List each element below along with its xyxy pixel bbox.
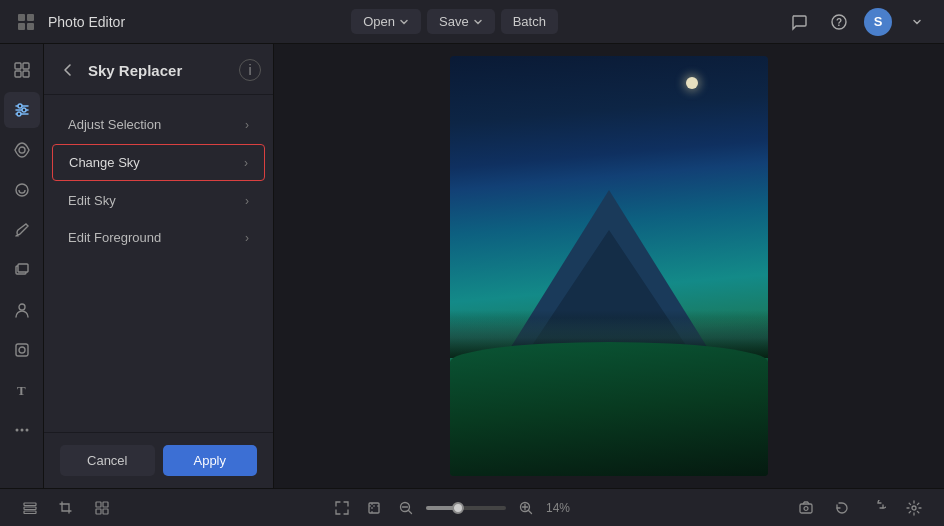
sidebar-item-brushes[interactable]: [4, 212, 40, 248]
snapshot-button[interactable]: [792, 494, 820, 522]
svg-rect-30: [96, 502, 101, 507]
svg-rect-42: [800, 504, 812, 513]
sidebar-item-text[interactable]: T: [4, 372, 40, 408]
panel-header: Sky Replacer i: [44, 44, 273, 95]
zoom-in-button[interactable]: [514, 496, 538, 520]
bottombar: 14%: [0, 488, 944, 526]
sidebar-item-objects[interactable]: [4, 332, 40, 368]
svg-point-44: [912, 506, 916, 510]
svg-rect-27: [24, 507, 36, 510]
panel-title: Sky Replacer: [88, 62, 231, 79]
svg-point-22: [19, 347, 25, 353]
svg-rect-19: [18, 264, 28, 272]
menu-item-change-sky[interactable]: Change Sky ›: [52, 144, 265, 181]
menu-item-edit-sky[interactable]: Edit Sky ›: [52, 183, 265, 218]
svg-point-16: [19, 147, 25, 153]
svg-point-20: [19, 304, 25, 310]
redo-button[interactable]: [864, 494, 892, 522]
settings-button[interactable]: [900, 494, 928, 522]
undo-button[interactable]: [828, 494, 856, 522]
sidebar-item-people[interactable]: [4, 292, 40, 328]
zoom-out-button[interactable]: [394, 496, 418, 520]
svg-rect-9: [23, 71, 29, 77]
save-button[interactable]: Save: [427, 9, 495, 34]
sidebar-item-overlays[interactable]: [4, 252, 40, 288]
chevron-right-icon: ›: [245, 118, 249, 132]
info-button[interactable]: i: [239, 59, 261, 81]
layers-icon-button[interactable]: [16, 494, 44, 522]
chevron-right-icon-4: ›: [245, 231, 249, 245]
save-label: Save: [439, 14, 469, 29]
sky-replacer-panel: Sky Replacer i Adjust Selection › Change…: [44, 44, 274, 488]
svg-point-15: [17, 112, 21, 116]
sidebar-item-effects[interactable]: [4, 172, 40, 208]
zoom-slider[interactable]: [426, 506, 506, 510]
svg-rect-6: [15, 63, 21, 69]
svg-rect-8: [15, 71, 21, 77]
menu-item-edit-sky-label: Edit Sky: [68, 193, 116, 208]
sidebar-item-adjustments[interactable]: [4, 92, 40, 128]
moon: [686, 77, 698, 89]
batch-button[interactable]: Batch: [501, 9, 558, 34]
icon-sidebar: T: [0, 44, 44, 488]
crop-icon-button[interactable]: [52, 494, 80, 522]
svg-rect-28: [24, 503, 36, 506]
topbar: Photo Editor Open Save Batch ? S: [0, 0, 944, 44]
chevron-right-icon-3: ›: [245, 194, 249, 208]
svg-line-41: [529, 510, 532, 513]
svg-line-37: [409, 510, 412, 513]
menu-item-change-sky-label: Change Sky: [69, 155, 140, 170]
grid-icon-button[interactable]: [88, 494, 116, 522]
crop-view-button[interactable]: [362, 496, 386, 520]
menu-item-adjust-selection-label: Adjust Selection: [68, 117, 161, 132]
zoom-percent: 14%: [546, 501, 578, 515]
help-icon-button[interactable]: ?: [824, 7, 854, 37]
svg-point-43: [804, 506, 808, 510]
main-area: T Sky Replacer i Adjust Selection › Chan…: [0, 44, 944, 488]
menu-item-edit-foreground-label: Edit Foreground: [68, 230, 161, 245]
panel-footer: Cancel Apply: [44, 432, 273, 488]
svg-point-13: [22, 108, 26, 112]
svg-rect-29: [24, 511, 36, 514]
svg-rect-2: [18, 23, 25, 30]
topbar-right: ? S: [784, 7, 932, 37]
menu-item-edit-foreground[interactable]: Edit Foreground ›: [52, 220, 265, 255]
bottombar-left: [16, 494, 116, 522]
svg-point-26: [25, 429, 28, 432]
bottombar-right: [792, 494, 928, 522]
scene: [450, 56, 768, 476]
grass: [450, 342, 768, 476]
sidebar-item-home[interactable]: [4, 52, 40, 88]
cancel-button[interactable]: Cancel: [60, 445, 155, 476]
account-chevron-button[interactable]: [902, 7, 932, 37]
svg-rect-31: [103, 502, 108, 507]
menu-item-adjust-selection[interactable]: Adjust Selection ›: [52, 107, 265, 142]
chat-icon-button[interactable]: [784, 7, 814, 37]
app-title: Photo Editor: [48, 14, 125, 30]
image-container: [450, 56, 768, 476]
apply-button[interactable]: Apply: [163, 445, 258, 476]
avatar[interactable]: S: [864, 8, 892, 36]
topbar-left: Photo Editor: [12, 8, 125, 36]
svg-point-11: [18, 104, 22, 108]
topbar-center: Open Save Batch: [351, 9, 558, 34]
svg-text:T: T: [17, 383, 26, 398]
zoom-slider-thumb: [452, 502, 464, 514]
svg-point-17: [16, 184, 28, 196]
svg-rect-1: [27, 14, 34, 21]
svg-point-24: [15, 429, 18, 432]
svg-point-25: [20, 429, 23, 432]
app-logo: [12, 8, 40, 36]
menu-list: Adjust Selection › Change Sky › Edit Sky…: [44, 95, 273, 432]
svg-rect-34: [369, 503, 379, 513]
bottombar-center: 14%: [330, 496, 578, 520]
open-label: Open: [363, 14, 395, 29]
fit-view-button[interactable]: [330, 496, 354, 520]
svg-text:?: ?: [836, 17, 842, 28]
svg-rect-7: [23, 63, 29, 69]
open-button[interactable]: Open: [351, 9, 421, 34]
back-button[interactable]: [56, 58, 80, 82]
sidebar-item-view[interactable]: [4, 132, 40, 168]
sidebar-item-more[interactable]: [4, 412, 40, 448]
svg-rect-0: [18, 14, 25, 21]
